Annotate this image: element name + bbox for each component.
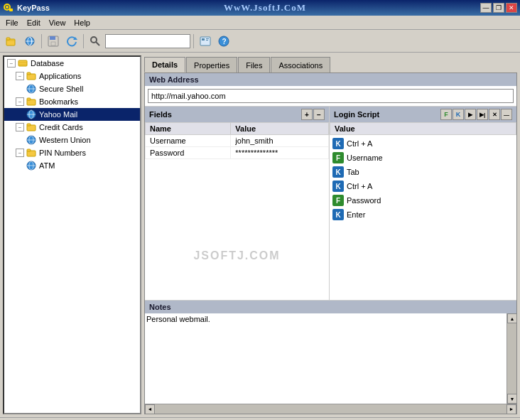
entry-icon-yahoo-mail <box>26 109 37 120</box>
tree-panel: − Database − Applications Secure Shell <box>3 55 141 414</box>
view-button[interactable] <box>197 33 214 50</box>
help-button[interactable]: ? <box>215 33 232 50</box>
close-button[interactable]: ✕ <box>506 3 517 13</box>
tree-expander-credit-cards[interactable]: − <box>16 123 24 131</box>
vscroll-down-button[interactable]: ▼ <box>507 394 516 404</box>
ls-item-text: Ctrl + A <box>347 182 372 190</box>
svg-rect-36 <box>27 149 31 151</box>
tab-properties[interactable]: Properties <box>186 57 237 72</box>
hscroll-track <box>155 404 507 414</box>
tree-node-credit-cards[interactable]: − Credit Cards <box>4 121 140 134</box>
tree-expander-applications[interactable]: − <box>16 72 24 80</box>
open-button[interactable] <box>3 33 20 50</box>
table-row: Password ************** <box>146 147 329 159</box>
list-item: K Enter <box>330 208 516 222</box>
svg-rect-19 <box>18 60 27 66</box>
ls-badge-f: F <box>332 195 344 206</box>
folder-icon-bookmarks <box>26 96 37 107</box>
separator-2 <box>83 34 84 48</box>
svg-rect-21 <box>27 72 31 75</box>
ls-btn-play[interactable]: ▶ <box>465 109 476 120</box>
ls-item-text: Username <box>347 154 383 162</box>
tree-label-secure-shell: Secure Shell <box>39 85 83 93</box>
right-panel: Details Properties Files Associations We… <box>144 55 517 414</box>
tree-node-applications[interactable]: − Applications <box>4 70 140 82</box>
ls-item-text: Enter <box>347 210 365 219</box>
web-button[interactable] <box>21 33 38 50</box>
menu-help[interactable]: Help <box>70 17 94 28</box>
search-input[interactable] <box>105 34 190 48</box>
ls-btn-k[interactable]: K <box>453 109 464 120</box>
tree-expander-pin-numbers[interactable]: − <box>16 149 24 157</box>
fields-panel: Fields + − Name Value <box>145 107 330 300</box>
tree-label-yahoo-mail: Yahoo Mail <box>39 110 77 119</box>
field-name-password: Password <box>146 147 231 159</box>
tree-node-secure-shell[interactable]: Secure Shell <box>4 82 140 95</box>
separator-3 <box>193 34 194 48</box>
svg-rect-8 <box>50 36 55 40</box>
login-script-buttons: F K ▶ ▶| ✕ — <box>440 109 512 120</box>
minimize-button[interactable]: — <box>480 3 492 13</box>
fields-header-buttons: + − <box>301 109 325 120</box>
tree-root-database[interactable]: − Database <box>4 57 140 70</box>
tree-node-atm[interactable]: ATM <box>4 159 140 172</box>
app-icon <box>3 2 14 14</box>
field-name-username: Username <box>146 135 231 147</box>
restore-button[interactable]: ❐ <box>493 3 504 13</box>
remove-field-button[interactable]: − <box>313 109 325 120</box>
svg-rect-15 <box>206 38 209 39</box>
hscroll-left-button[interactable]: ◄ <box>145 404 155 414</box>
tree-expander-bookmarks[interactable]: − <box>16 97 24 106</box>
field-value-password: ************** <box>231 147 329 159</box>
tree-label-pin-numbers: PIN Numbers <box>39 149 86 157</box>
login-script-header: Login Script F K ▶ ▶| ✕ — <box>330 107 516 122</box>
save-button[interactable] <box>45 33 62 50</box>
tab-details[interactable]: Details <box>144 57 185 72</box>
tree-node-bookmarks[interactable]: − Bookmarks <box>4 95 140 108</box>
tab-associations[interactable]: Associations <box>271 57 330 72</box>
tab-files[interactable]: Files <box>238 57 270 72</box>
vscroll-up-button[interactable]: ▲ <box>507 313 516 323</box>
login-script-label: Login Script <box>334 110 379 119</box>
sync-button[interactable] <box>63 33 80 50</box>
window-controls: — ❐ ✕ <box>480 3 517 13</box>
tree-node-pin-numbers[interactable]: − PIN Numbers <box>4 146 140 159</box>
login-script-panel: Login Script F K ▶ ▶| ✕ — Value <box>330 107 516 300</box>
status-bar: ⠿ <box>0 417 520 420</box>
notes-textarea[interactable]: Personal webmail. <box>145 313 507 404</box>
add-field-button[interactable]: + <box>301 109 313 120</box>
tab-bar: Details Properties Files Associations <box>144 55 517 72</box>
svg-rect-4 <box>6 38 10 40</box>
toolbar: ? <box>0 30 520 53</box>
ls-btn-end[interactable]: ▶| <box>477 109 488 120</box>
col-header-name: Name <box>146 123 231 135</box>
ls-btn-f[interactable]: F <box>440 109 452 120</box>
list-item: K Ctrl + A <box>330 179 516 193</box>
tree-label-credit-cards: Credit Cards <box>39 123 83 131</box>
hscroll-right-button[interactable]: ► <box>507 404 516 414</box>
fields-label: Fields <box>149 110 172 119</box>
ls-badge-k: K <box>332 209 344 220</box>
svg-rect-1 <box>9 9 13 11</box>
menu-edit[interactable]: Edit <box>23 17 45 28</box>
tree-label-database: Database <box>31 59 64 68</box>
ls-btn-minimize[interactable]: — <box>501 109 512 120</box>
field-value-username: john_smith <box>231 135 329 147</box>
list-item: K Tab <box>330 165 516 179</box>
svg-line-12 <box>96 42 99 45</box>
ls-btn-remove[interactable]: ✕ <box>489 109 500 120</box>
vscroll-track <box>507 323 516 394</box>
fields-header: Fields + − <box>145 107 329 122</box>
menu-view[interactable]: View <box>45 17 70 28</box>
ls-item-text: Ctrl + A <box>347 139 372 148</box>
search-icon-button[interactable] <box>87 33 104 50</box>
tree-expander-database[interactable]: − <box>7 59 16 68</box>
tree-node-yahoo-mail[interactable]: Yahoo Mail <box>4 108 140 121</box>
web-address-input[interactable] <box>148 89 514 103</box>
notes-header: Notes <box>145 301 516 313</box>
svg-text:?: ? <box>222 38 227 45</box>
entry-icon-secure-shell <box>26 83 37 95</box>
menu-file[interactable]: File <box>1 17 23 28</box>
tree-node-western-union[interactable]: Western Union <box>4 134 140 146</box>
svg-rect-14 <box>202 38 205 41</box>
